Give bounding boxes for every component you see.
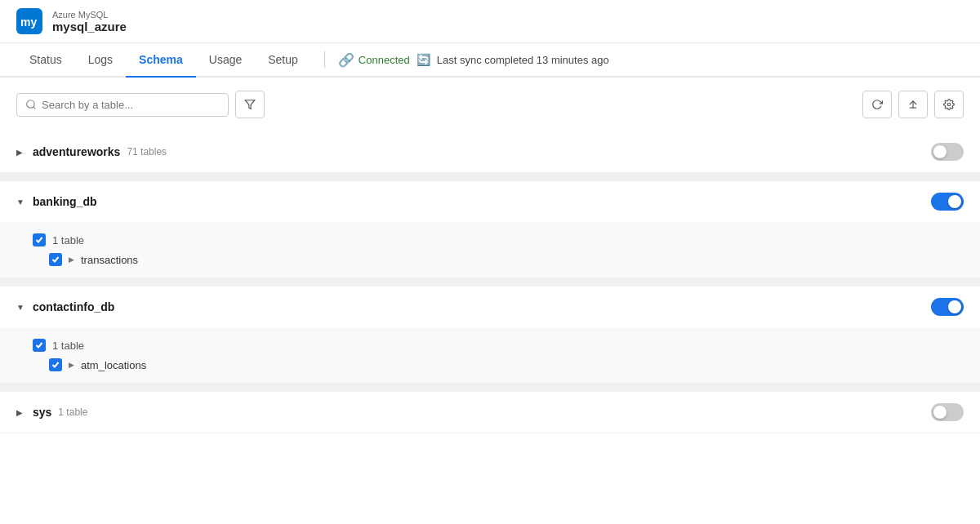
app-header: my Azure MySQL mysql_azure	[0, 0, 980, 43]
db-name-adventureworks: adventureworks	[33, 145, 120, 158]
table-row-transactions[interactable]: ▶ transactions	[33, 250, 964, 269]
search-container	[16, 93, 229, 117]
link-icon: 🔗	[338, 52, 354, 68]
svg-point-2	[27, 100, 34, 108]
db-count-sys: 1 table	[58, 406, 87, 418]
nav-divider	[324, 51, 325, 68]
db-content-banking-db: 1 table ▶ transactions	[0, 222, 980, 278]
db-header-adventureworks[interactable]: ▶ adventureworks 71 tables	[0, 131, 980, 172]
db-name-contactinfo-db: contactinfo_db	[33, 300, 114, 313]
refresh-icon	[871, 99, 883, 110]
app-info: Azure MySQL mysql_azure	[52, 10, 127, 33]
table-count-row-contactinfo-db: 1 table	[33, 335, 964, 355]
db-content-contactinfo-db: 1 table ▶ atm_locations	[0, 327, 980, 383]
app-logo: my	[16, 8, 42, 34]
db-header-contactinfo-db[interactable]: ▼ contactinfo_db	[0, 286, 980, 327]
filter-icon	[244, 99, 256, 110]
table-count-label-contactinfo-db: 1 table	[52, 340, 84, 352]
section-separator	[0, 172, 980, 180]
db-section-sys: ▶ sys 1 table	[0, 392, 980, 433]
table-count-row-banking-db: 1 table	[33, 230, 964, 250]
tab-usage[interactable]: Usage	[196, 43, 255, 78]
chevron-right-icon-sys: ▶	[16, 408, 24, 417]
toggle-slider-sys	[931, 403, 964, 421]
connected-indicator: 🔗 Connected	[338, 52, 410, 68]
db-section-banking-db: ▼ banking_db 1 table ▶ transactions	[0, 181, 980, 286]
chevron-down-icon: ▼	[16, 198, 24, 206]
toggle-slider-banking-db	[931, 193, 964, 211]
db-section-contactinfo-db: ▼ contactinfo_db 1 table ▶ atm_locations	[0, 286, 980, 392]
table-count-label-banking-db: 1 table	[52, 234, 84, 246]
section-separator	[0, 383, 980, 391]
tab-logs[interactable]: Logs	[75, 43, 126, 78]
tab-setup[interactable]: Setup	[255, 43, 311, 78]
db-name-banking-db: banking_db	[33, 195, 97, 208]
toggle-sys[interactable]	[931, 403, 964, 421]
search-icon	[25, 99, 37, 110]
toggle-slider-contactinfo-db	[931, 298, 964, 316]
db-section-adventureworks: ▶ adventureworks 71 tables	[0, 131, 980, 181]
checkbox-atm-locations[interactable]	[49, 358, 62, 371]
chevron-right-icon: ▶	[16, 148, 24, 157]
search-input[interactable]	[42, 99, 220, 111]
toolbar	[0, 78, 980, 131]
refresh-button[interactable]	[862, 91, 892, 118]
checkbox-contactinfo-db-all[interactable]	[33, 339, 46, 352]
gear-icon	[943, 99, 955, 110]
checkbox-banking-db-all[interactable]	[33, 233, 46, 246]
table-row-atm-locations[interactable]: ▶ atm_locations	[33, 355, 964, 375]
svg-marker-4	[245, 100, 255, 109]
toggle-slider-adventureworks	[931, 143, 964, 161]
db-count-adventureworks: 71 tables	[127, 146, 167, 158]
db-header-sys[interactable]: ▶ sys 1 table	[0, 392, 980, 433]
toggle-adventureworks[interactable]	[931, 143, 964, 161]
table-expand-icon-atm-locations: ▶	[69, 361, 74, 369]
tab-schema[interactable]: Schema	[126, 43, 196, 78]
svg-line-3	[33, 107, 36, 109]
checkbox-transactions[interactable]	[49, 253, 62, 266]
nav-bar: Status Logs Schema Usage Setup 🔗 Connect…	[0, 43, 980, 78]
table-name-transactions: transactions	[81, 254, 138, 266]
toggle-banking-db[interactable]	[931, 193, 964, 211]
app-service-label: Azure MySQL	[52, 10, 127, 20]
chevron-down-icon-contactinfo: ▼	[16, 303, 24, 312]
toggle-contactinfo-db[interactable]	[931, 298, 964, 316]
db-name-sys: sys	[33, 406, 51, 419]
tab-status[interactable]: Status	[16, 43, 75, 78]
table-expand-icon-transactions: ▶	[69, 255, 74, 264]
collapse-button[interactable]	[898, 91, 928, 118]
app-instance-name: mysql_azure	[52, 20, 127, 33]
connection-status: 🔗 Connected 🔄 Last sync completed 13 min…	[338, 52, 609, 68]
sync-icon: 🔄	[416, 53, 430, 66]
filter-button[interactable]	[235, 91, 265, 118]
section-separator	[0, 278, 980, 286]
svg-point-7	[947, 103, 951, 106]
settings-button[interactable]	[934, 91, 964, 118]
svg-text:my: my	[20, 16, 37, 29]
table-name-atm-locations: atm_locations	[81, 359, 146, 371]
sync-status-label: Last sync completed 13 minutes ago	[437, 54, 609, 66]
connected-label: Connected	[359, 54, 410, 66]
collapse-icon	[907, 99, 919, 110]
db-header-banking-db[interactable]: ▼ banking_db	[0, 181, 980, 222]
